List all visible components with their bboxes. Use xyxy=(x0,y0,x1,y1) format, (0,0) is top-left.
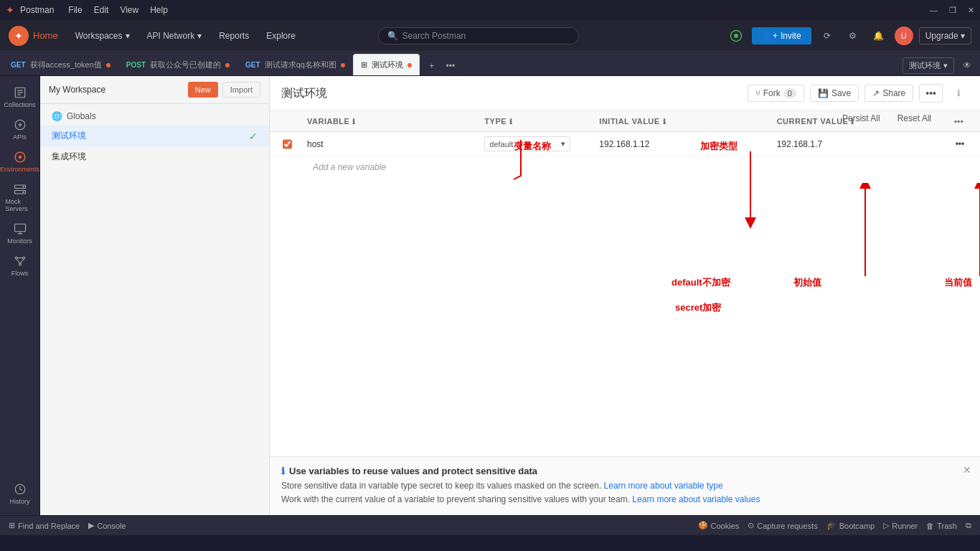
info-icon-variable: ℹ xyxy=(352,118,356,126)
import-button[interactable]: Import xyxy=(222,82,260,98)
env-item-integration[interactable]: 集成环境 xyxy=(40,146,269,167)
menu-help[interactable]: Help xyxy=(147,4,171,17)
cookies-button[interactable]: 🍪 Cookies xyxy=(698,521,740,530)
share-button[interactable]: ↗ Share xyxy=(864,85,913,102)
reports-button[interactable]: Reports xyxy=(213,28,255,44)
invite-button[interactable]: 👤+ Invite xyxy=(752,27,811,44)
sidebar-item-collections[interactable]: Collections xyxy=(3,82,37,113)
eye-icon[interactable]: 👁 xyxy=(957,55,977,75)
more-options-button[interactable]: ••• xyxy=(919,84,943,103)
sidebar-flows-label: Flows xyxy=(11,270,29,277)
status-left: ⊞ Find and Replace ▶ Console xyxy=(9,521,126,530)
sidebar-item-history[interactable]: History xyxy=(3,479,37,509)
persist-all-button[interactable]: Persist All xyxy=(837,110,886,126)
svg-point-1 xyxy=(734,34,738,38)
sidebar-item-monitors[interactable]: Monitors xyxy=(3,218,37,249)
search-bar[interactable]: 🔍 Search Postman xyxy=(378,27,579,44)
sync-icon[interactable]: ⟳ xyxy=(817,26,837,46)
info-banner-title: ℹ Use variables to reuse values and prot… xyxy=(281,466,969,476)
more-tabs-button[interactable]: ••• xyxy=(441,57,460,75)
reset-all-button[interactable]: Reset All xyxy=(892,110,937,126)
tab-dot xyxy=(106,63,110,67)
left-panel: My Workspace New Import 🌐 Globals 测试环境 ✓… xyxy=(40,76,270,515)
explore-button[interactable]: Explore xyxy=(260,28,301,44)
sidebar-item-mock-servers[interactable]: Mock Servers xyxy=(3,179,37,217)
annotation-secret-encrypt: secret加密 xyxy=(675,301,721,314)
tab-post-get-wechat[interactable]: POST 获取公众号已创建的 xyxy=(118,54,237,75)
initial-value-cell[interactable]: 192.168.1.12 xyxy=(590,135,768,154)
bootcamp-button[interactable]: 🎓 Bootcamp xyxy=(826,521,875,530)
search-icon: 🔍 xyxy=(387,31,398,41)
main-content: 测试环境 ⑂ Fork 0 💾 Save ↗ Share • xyxy=(270,76,980,515)
tab-get-access-token[interactable]: GET 获得access_token值 xyxy=(3,54,118,75)
share-icon: ↗ xyxy=(872,88,880,98)
minimize-button[interactable]: — xyxy=(930,6,938,15)
satellite-icon[interactable] xyxy=(726,26,746,46)
find-replace-button[interactable]: ⊞ Find and Replace xyxy=(9,521,80,530)
variable-cell[interactable]: host xyxy=(298,135,476,154)
trash-button[interactable]: 🗑 Trash xyxy=(926,522,957,530)
svg-point-7 xyxy=(18,156,22,159)
svg-line-19 xyxy=(16,259,19,263)
info-link-variable-values[interactable]: Learn more about variable values xyxy=(632,494,760,504)
info-icon[interactable]: ℹ xyxy=(948,83,969,103)
sidebar-item-flows[interactable]: Flows xyxy=(3,250,37,281)
new-button[interactable]: New xyxy=(188,82,218,98)
save-button[interactable]: 💾 Save xyxy=(810,85,859,102)
bell-icon[interactable]: 🔔 xyxy=(869,26,889,46)
fork-button[interactable]: ⑂ Fork 0 xyxy=(748,85,804,102)
left-panel-header: My Workspace New Import xyxy=(40,76,269,104)
workspace-label: My Workspace xyxy=(49,85,105,95)
avatar[interactable]: U xyxy=(895,27,913,45)
env-item-test[interactable]: 测试环境 ✓ xyxy=(40,126,269,146)
upgrade-button[interactable]: Upgrade ▾ xyxy=(919,27,971,44)
menu-file[interactable]: File xyxy=(65,4,85,17)
menu-view[interactable]: View xyxy=(117,4,141,17)
layout-button[interactable]: ⧉ xyxy=(966,521,971,530)
info-icon-type: ℹ xyxy=(509,118,513,126)
content-actions: ⑂ Fork 0 💾 Save ↗ Share ••• ℹ xyxy=(748,83,969,103)
th-checkbox xyxy=(275,111,298,131)
add-tab-button[interactable]: + xyxy=(423,57,441,75)
console-button[interactable]: ▶ Console xyxy=(88,521,126,530)
svg-line-20 xyxy=(20,259,24,263)
type-select[interactable]: default ▾ xyxy=(484,136,570,151)
settings-icon[interactable]: ⚙ xyxy=(843,26,863,46)
menu-edit[interactable]: Edit xyxy=(91,4,112,17)
arrow-current xyxy=(973,183,980,283)
tab-get-qq[interactable]: GET 测试请求qq名称和图 xyxy=(237,54,353,75)
info-close-button[interactable]: ✕ xyxy=(963,464,971,476)
info-link-variable-type[interactable]: Learn more about variable type xyxy=(604,481,723,491)
annotation-default-no-encrypt: default不加密 xyxy=(672,276,730,289)
svg-point-17 xyxy=(19,263,21,265)
title-bar: ✦ Postman File Edit View Help — ❐ ✕ xyxy=(0,0,980,20)
type-cell[interactable]: default ▾ xyxy=(476,132,590,156)
workspaces-button[interactable]: Workspaces ▾ xyxy=(70,28,136,44)
maximize-button[interactable]: ❐ xyxy=(949,6,956,15)
info-banner: ℹ Use variables to reuse values and prot… xyxy=(270,456,980,515)
status-right: 🍪 Cookies ⊙ Capture requests 🎓 Bootcamp … xyxy=(698,521,971,530)
row-checkbox[interactable] xyxy=(283,139,292,149)
capture-icon: ⊙ xyxy=(748,521,754,530)
runner-button[interactable]: ▷ Runner xyxy=(883,521,918,530)
add-variable-row[interactable]: Add a new variable xyxy=(270,156,980,178)
row-actions-cell[interactable]: ••• xyxy=(946,135,974,154)
console-icon: ▶ xyxy=(88,521,94,530)
tab-dot xyxy=(341,63,345,67)
home-button[interactable]: ✦ Home xyxy=(9,26,58,46)
find-replace-icon: ⊞ xyxy=(9,521,15,530)
environment-selector[interactable]: 测试环境 ▾ xyxy=(903,57,954,74)
environment-list: 🌐 Globals 测试环境 ✓ 集成环境 xyxy=(40,104,269,170)
current-value-cell[interactable]: 192.168.1.7 xyxy=(768,135,946,154)
arrow-initial xyxy=(858,183,887,283)
sidebar-item-apis[interactable]: APIs xyxy=(3,114,37,145)
globals-item[interactable]: 🌐 Globals xyxy=(40,107,269,126)
close-button[interactable]: ✕ xyxy=(968,6,974,15)
tab-dot xyxy=(225,63,230,67)
sidebar-item-environments[interactable]: Environments xyxy=(3,146,37,177)
tab-env-test[interactable]: ⊞ 测试环境 xyxy=(353,54,420,75)
content-header: 测试环境 ⑂ Fork 0 💾 Save ↗ Share • xyxy=(270,76,980,111)
svg-point-11 xyxy=(22,192,24,193)
capture-button[interactable]: ⊙ Capture requests xyxy=(748,521,817,530)
api-network-button[interactable]: API Network ▾ xyxy=(141,28,208,44)
